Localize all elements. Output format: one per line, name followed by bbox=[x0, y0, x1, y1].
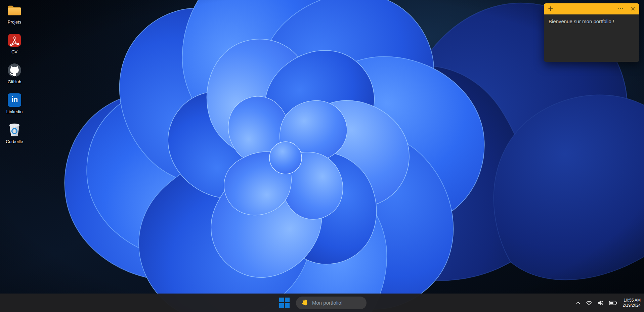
tray-date: 2/19/2024 bbox=[623, 303, 641, 308]
desktop-icon-github[interactable]: GitHub bbox=[0, 63, 29, 84]
battery-icon[interactable] bbox=[608, 300, 618, 306]
sticky-note-body[interactable]: Bienvenue sur mon portfolio ! bbox=[544, 14, 639, 62]
folder-icon bbox=[7, 3, 22, 17]
start-button[interactable] bbox=[277, 296, 291, 310]
desktop-icon-grid: Projets CV GitHub in bbox=[0, 3, 29, 144]
system-tray: 10:55 AM 2/19/2024 bbox=[575, 294, 641, 312]
desktop-icon-projets[interactable]: Projets bbox=[0, 3, 29, 25]
taskbar: Mon portfolio! bbox=[0, 294, 644, 312]
plus-icon[interactable]: + bbox=[548, 4, 553, 13]
linkedin-glyph: in bbox=[8, 93, 21, 107]
desktop-icon-label: Projets bbox=[8, 19, 21, 25]
pdf-icon bbox=[7, 33, 22, 47]
desktop-icon-label: Linkedin bbox=[6, 109, 23, 114]
github-icon bbox=[7, 63, 22, 77]
tray-clock[interactable]: 10:55 AM 2/19/2024 bbox=[621, 298, 641, 308]
sticky-note-header: + ••• × bbox=[544, 3, 639, 14]
volume-icon[interactable] bbox=[597, 299, 605, 306]
desktop-icon-label: Corbeille bbox=[6, 139, 23, 144]
close-icon[interactable]: × bbox=[631, 5, 635, 13]
desktop-icon-label: CV bbox=[11, 49, 17, 54]
sticky-note-window: + ••• × Bienvenue sur mon portfolio ! bbox=[544, 3, 639, 62]
waving-hand-icon bbox=[301, 299, 308, 306]
desktop-icon-linkedin[interactable]: in Linkedin bbox=[0, 93, 29, 114]
linkedin-icon: in bbox=[7, 93, 22, 107]
desktop-icon-corbeille[interactable]: Corbeille bbox=[0, 123, 29, 144]
taskbar-search-text: Mon portfolio! bbox=[312, 300, 343, 306]
taskbar-search[interactable]: Mon portfolio! bbox=[296, 297, 367, 309]
chevron-up-icon[interactable] bbox=[575, 300, 582, 306]
ellipsis-icon[interactable]: ••• bbox=[618, 7, 624, 10]
recycle-bin-icon bbox=[7, 123, 22, 137]
desktop-icon-cv[interactable]: CV bbox=[0, 33, 29, 54]
tray-time: 10:55 AM bbox=[623, 298, 641, 303]
desktop-icon-label: GitHub bbox=[8, 79, 21, 84]
desktop: Projets CV GitHub in bbox=[0, 0, 644, 312]
windows-logo-icon bbox=[279, 298, 290, 308]
taskbar-center: Mon portfolio! bbox=[277, 296, 367, 310]
wifi-icon[interactable] bbox=[585, 300, 593, 306]
